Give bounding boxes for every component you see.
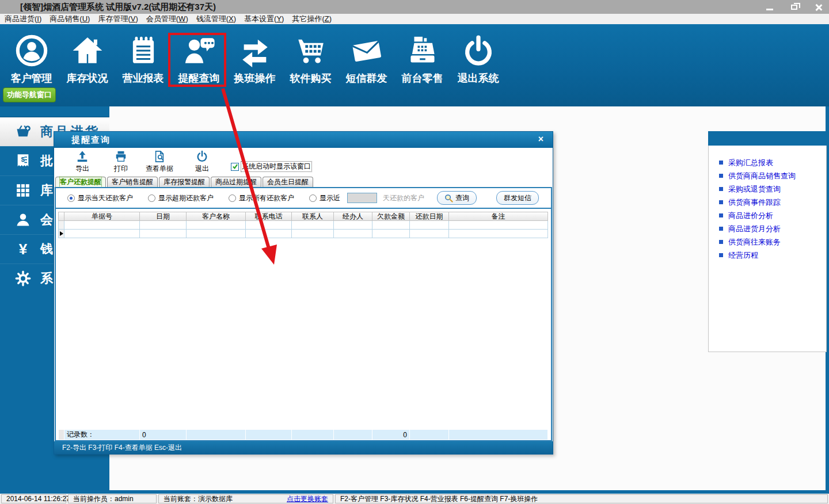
member-icon: [15, 212, 31, 228]
dialog-title: 提醒查询: [71, 135, 111, 146]
col-header-repay-date[interactable]: 还款日期: [410, 212, 449, 221]
toolbar-button-sms-broadcast[interactable]: 短信群发: [339, 25, 394, 106]
col-header-contact[interactable]: 联系人: [292, 212, 334, 221]
summary-row: 记录数： 0 0: [58, 429, 548, 440]
record-count-value: 0: [140, 429, 187, 440]
svg-text:$: $: [21, 155, 25, 163]
radio-overdue-repayment[interactable]: 显示超期还款客户: [148, 193, 214, 203]
amount-total-value: 0: [372, 429, 410, 440]
tab-stock-alert[interactable]: 库存报警提醒: [159, 177, 210, 187]
quick-link-purchase-return-query[interactable]: 采购或退货查询: [709, 182, 826, 196]
table-row-current[interactable]: [58, 230, 548, 238]
quick-link-supplier-accounts[interactable]: 供货商往来账务: [709, 235, 826, 249]
quick-link-business-history[interactable]: 经营历程: [709, 249, 826, 262]
view-document-icon: [153, 150, 166, 163]
radio-all-repayment[interactable]: 显示所有还款客户: [229, 193, 294, 203]
status-operator: 当前操作员：admin: [68, 494, 157, 503]
col-header-receipt-no[interactable]: 单据号: [64, 212, 140, 221]
days-input[interactable]: [347, 193, 377, 203]
person-chat-icon: [181, 33, 217, 68]
window-controls: [763, 0, 824, 14]
show-on-startup-checkbox[interactable]: 系统启动时显示该窗口: [231, 162, 311, 171]
radio-icon: [148, 194, 155, 202]
close-button[interactable]: [812, 2, 824, 12]
dialog-exit-button[interactable]: 退出: [180, 150, 224, 174]
query-button[interactable]: 查询: [437, 191, 477, 205]
print-button[interactable]: 打印: [99, 150, 143, 174]
tab-customer-repayment[interactable]: 客户还款提醒: [55, 177, 106, 187]
bullet-icon: [719, 174, 723, 178]
app-window: [领智]烟酒店管理系统 试用版v7.2(试用期还有37天) 商品进货(I) 商品…: [0, 0, 829, 504]
export-icon: [76, 150, 89, 163]
quick-link-monthly-purchase-analysis[interactable]: 商品进货月分析: [709, 222, 826, 235]
view-document-button[interactable]: 查看单据: [138, 150, 181, 174]
tab-member-birthday[interactable]: 会员生日提醒: [263, 177, 313, 187]
tab-customer-sales[interactable]: 客户销售提醒: [107, 177, 158, 187]
envelope-icon: [349, 33, 385, 68]
report-notebook-icon: [126, 33, 161, 68]
toolbar-button-pos-retail[interactable]: 前台零售: [394, 25, 450, 106]
quick-links-panel: 采购汇总报表 供货商商品销售查询 采购或退货查询 供货商事件跟踪 商品进价分析 …: [708, 131, 827, 352]
switch-account-link[interactable]: 点击更换账套: [287, 494, 328, 504]
status-bar: 2014-06-14 11:26:27 当前操作员：admin 当前账套：演示数…: [0, 494, 829, 504]
quick-link-supplier-goods-sales[interactable]: 供货商商品销售查询: [709, 169, 826, 182]
status-account-label: 当前账套：演示数据库: [163, 494, 233, 504]
toolbar-button-shift-change[interactable]: 换班操作: [227, 25, 283, 106]
radio-recent-days[interactable]: 显示近: [309, 193, 340, 203]
toolbar-button-inventory-status[interactable]: 库存状况: [59, 25, 115, 106]
toolbar-button-software-purchase[interactable]: 软件购买: [283, 25, 339, 106]
export-button[interactable]: 导出: [60, 150, 104, 174]
swap-arrows-icon: [237, 33, 273, 68]
dialog-titlebar[interactable]: 提醒查询 ×: [54, 132, 553, 148]
filter-row: 显示当天还款客户 显示超期还款客户 显示所有还款客户 显示近 天还款的客户 查询…: [56, 188, 551, 209]
main-toolbar: 客户管理 库存状况 营业报表 提醒查询 换班操作: [0, 25, 829, 106]
radio-today-repayment[interactable]: 显示当天还款客户: [67, 193, 133, 203]
menu-item-inventory[interactable]: 库存管理(V): [98, 14, 138, 24]
body-area: 商品进货 $ 批发销售 库存管理 会员管理 ¥: [0, 106, 829, 490]
restore-button[interactable]: [788, 2, 800, 12]
bullet-icon: [719, 200, 723, 204]
quick-links-header: [708, 131, 827, 146]
sms-broadcast-button[interactable]: 群发短信: [496, 191, 539, 205]
toolbar-button-reminder-query[interactable]: 提醒查询: [171, 25, 227, 106]
bullet-icon: [719, 240, 723, 244]
cash-register-icon: [405, 33, 440, 68]
col-header-remark[interactable]: 备注: [449, 212, 548, 221]
menu-item-cashflow[interactable]: 钱流管理(X): [196, 14, 236, 24]
function-nav-tag[interactable]: 功能导航窗口: [3, 87, 56, 102]
col-header-handler[interactable]: 经办人: [334, 212, 372, 221]
quick-link-price-analysis[interactable]: 商品进价分析: [709, 209, 826, 222]
dialog-content: 显示当天还款客户 显示超期还款客户 显示所有还款客户 显示近 天还款的客户 查询…: [55, 187, 552, 441]
quick-link-supplier-event-tracking[interactable]: 供货商事件跟踪: [709, 196, 826, 209]
table-header-row: 单据号 日期 客户名称 联系电话 联系人 经办人 欠款金额 还款日期 备注: [58, 212, 548, 221]
tab-goods-expiry[interactable]: 商品过期提醒: [211, 177, 261, 187]
receipt-money-icon: $: [15, 153, 31, 169]
menu-item-settings[interactable]: 基本设置(Y): [244, 14, 284, 24]
col-header-phone[interactable]: 联系电话: [246, 212, 292, 221]
quick-links-body: 采购汇总报表 供货商商品销售查询 采购或退货查询 供货商事件跟踪 商品进价分析 …: [708, 146, 827, 352]
menu-item-goods-sale[interactable]: 商品销售(U): [50, 14, 90, 24]
magnifier-icon: [444, 194, 453, 203]
col-header-date[interactable]: 日期: [140, 212, 187, 221]
minimize-icon: [766, 9, 773, 10]
marker-column-header: [58, 212, 64, 221]
window-title: [领智]烟酒店管理系统 试用版v7.2(试用期还有37天): [20, 2, 216, 13]
dialog-close-icon[interactable]: ×: [538, 135, 543, 144]
close-icon: [815, 3, 822, 11]
toolbar-button-business-report[interactable]: 营业报表: [115, 25, 171, 106]
bullet-icon: [719, 161, 723, 165]
menu-item-goods-purchase[interactable]: 商品进货(I): [5, 14, 41, 24]
grid-icon: [15, 182, 31, 198]
col-header-customer-name[interactable]: 客户名称: [187, 212, 246, 221]
current-row-marker-icon: [60, 231, 63, 236]
table-row[interactable]: [58, 221, 548, 230]
basket-plus-icon: [15, 124, 31, 140]
menu-item-other[interactable]: 其它操作(Z): [292, 14, 332, 24]
status-datetime: 2014-06-14 11:26:27: [1, 494, 66, 503]
menu-item-members[interactable]: 会员管理(W): [146, 14, 188, 24]
quick-link-purchase-summary[interactable]: 采购汇总报表: [709, 156, 826, 169]
minimize-button[interactable]: [763, 2, 776, 12]
col-header-amount-owed[interactable]: 欠款金额: [372, 212, 410, 221]
table-empty-area: [56, 238, 551, 429]
toolbar-button-exit-system[interactable]: 退出系统: [450, 25, 506, 106]
